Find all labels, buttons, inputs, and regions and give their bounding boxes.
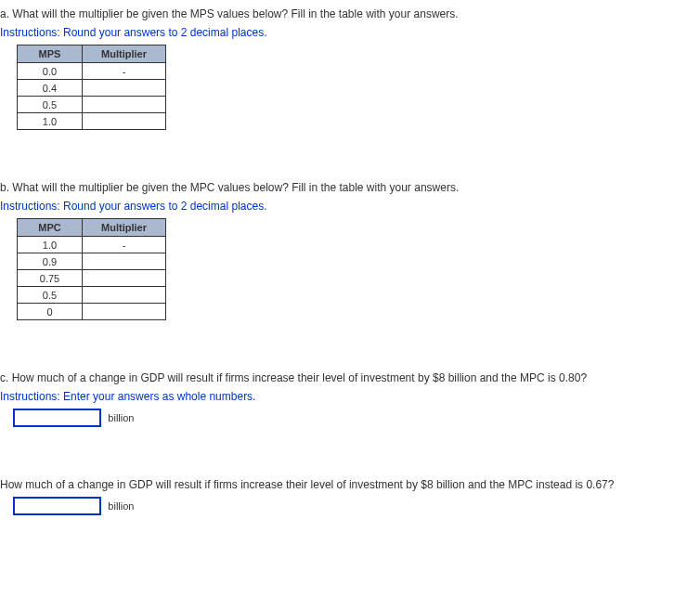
table-row: 1.0 - [18,237,166,253]
mps-multiplier-cell[interactable] [83,97,166,113]
mpc-value: 0.9 [18,253,83,270]
mps-value: 1.0 [18,113,83,130]
mps-value: 0.4 [18,80,83,97]
part-d-block: How much of a change in GDP will result … [0,478,700,515]
gdp-change-input-d[interactable] [13,497,101,515]
unit-label: billion [108,500,134,512]
mpc-multiplier-header: Multiplier [83,219,166,237]
part-a-block: a. What will the multiplier be given the… [0,7,700,130]
part-d-question: How much of a change in GDP will result … [0,478,700,491]
unit-label: billion [108,412,134,423]
table-row: 0 [18,304,166,320]
mps-multiplier-header: Multiplier [83,45,166,63]
part-c-instructions: Instructions: Enter your answers as whol… [0,390,700,403]
mps-table: MPS Multiplier 0.0 - 0.4 0.5 1.0 [17,45,166,130]
mpc-value: 0.75 [18,270,83,287]
table-row: 0.75 [18,270,166,287]
part-b-block: b. What will the multiplier be given the… [0,181,700,320]
mpc-header: MPC [18,219,83,237]
mpc-multiplier-cell[interactable] [83,304,166,320]
table-row: 0.9 [18,253,166,270]
table-row: 0.5 [18,97,166,113]
table-row: 0.0 - [18,63,166,80]
mpc-value: 0.5 [18,287,83,304]
mps-multiplier-cell[interactable]: - [83,63,166,80]
mps-multiplier-cell[interactable] [83,113,166,130]
part-b-instructions: Instructions: Round your answers to 2 de… [0,200,700,213]
mpc-table: MPC Multiplier 1.0 - 0.9 0.75 0.5 0 [17,218,166,320]
table-row: 0.5 [18,287,166,304]
mpc-value: 1.0 [18,237,83,253]
mps-value: 0.5 [18,97,83,113]
part-c-block: c. How much of a change in GDP will resu… [0,371,700,427]
gdp-change-input-c[interactable] [13,409,101,427]
mpc-multiplier-cell[interactable] [83,287,166,304]
mps-multiplier-cell[interactable] [83,80,166,97]
mps-value: 0.0 [18,63,83,80]
mpc-multiplier-cell[interactable] [83,253,166,270]
part-c-question: c. How much of a change in GDP will resu… [0,371,700,384]
part-a-question: a. What will the multiplier be given the… [0,7,700,20]
part-b-question: b. What will the multiplier be given the… [0,181,700,194]
mpc-multiplier-cell[interactable] [83,270,166,287]
table-row: 0.4 [18,80,166,97]
part-a-instructions: Instructions: Round your answers to 2 de… [0,26,700,39]
mps-header: MPS [18,45,83,63]
table-row: 1.0 [18,113,166,130]
mpc-multiplier-cell[interactable]: - [83,237,166,253]
mpc-value: 0 [18,304,83,320]
